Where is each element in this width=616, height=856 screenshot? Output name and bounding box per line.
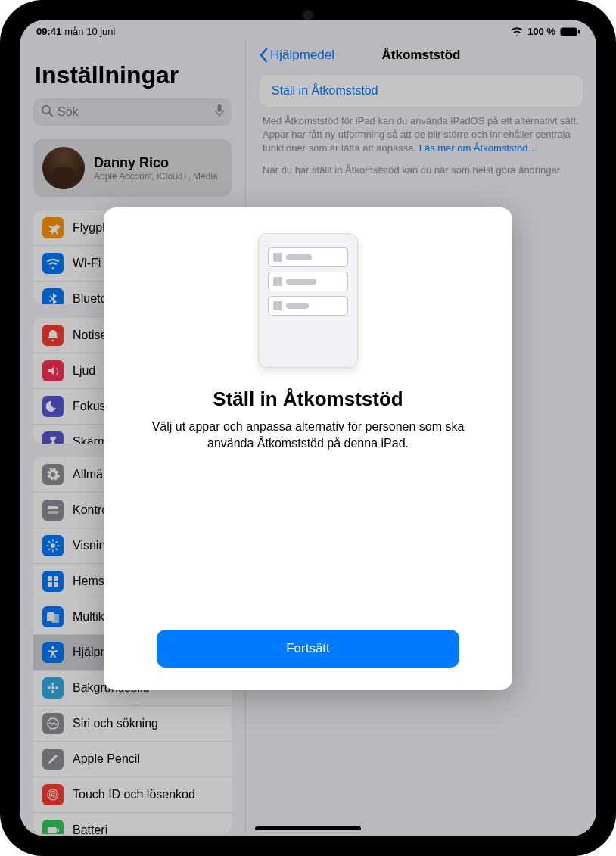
setup-modal: Ställ in Åtkomststöd Välj ut appar och a… — [104, 207, 512, 690]
ipad-device-frame: 09:41 mån 10 juni 100 % Inställningar — [0, 0, 616, 856]
front-camera — [303, 11, 313, 20]
home-indicator[interactable] — [255, 826, 361, 830]
modal-title: Ställ in Åtkomststöd — [213, 388, 403, 411]
modal-description: Välj ut appar och anpassa alternativ för… — [149, 419, 467, 451]
continue-button[interactable]: Fortsätt — [157, 630, 459, 668]
screen: 09:41 mån 10 juni 100 % Inställningar — [20, 20, 596, 836]
hero-illustration — [258, 233, 358, 368]
